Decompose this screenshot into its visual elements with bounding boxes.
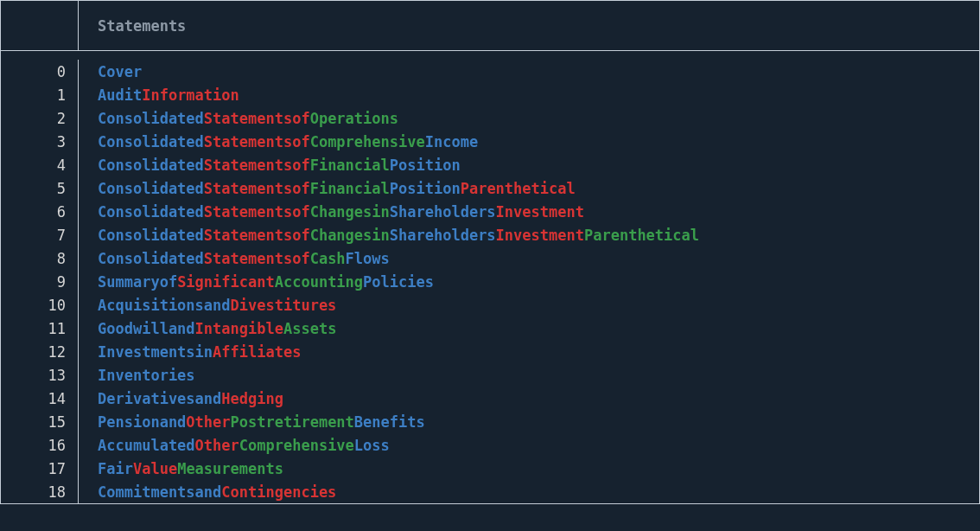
word-segment: Statementsof bbox=[204, 133, 310, 150]
word-segment: Postretirement bbox=[231, 413, 354, 431]
table-row: 15PensionandOtherPostretirementBenefits bbox=[1, 410, 979, 433]
row-index-cell: 0 bbox=[1, 60, 79, 83]
word-segment: Affiliates bbox=[213, 343, 301, 361]
table-row: 12InvestmentsinAffiliates bbox=[1, 340, 979, 363]
word-segment: Other bbox=[186, 413, 230, 431]
column-header-cell: Statements bbox=[79, 17, 979, 35]
row-index-cell: 2 bbox=[1, 106, 79, 130]
word-segment: Income bbox=[425, 133, 478, 150]
word-segment: Derivativesand bbox=[98, 390, 221, 407]
word-segment: Audit bbox=[98, 86, 142, 104]
row-value-cell: DerivativesandHedging bbox=[79, 390, 979, 407]
word-segment: Inventories bbox=[98, 367, 195, 384]
word-segment: Consolidated bbox=[98, 157, 204, 174]
word-segment: Shareholders bbox=[390, 203, 496, 221]
word-segment: Benefits bbox=[354, 413, 425, 431]
row-value-cell: ConsolidatedStatementsofFinancialPositio… bbox=[79, 180, 979, 197]
word-segment: Shareholders bbox=[390, 227, 496, 244]
row-index-cell: 6 bbox=[1, 200, 79, 223]
table-row: 2ConsolidatedStatementsofOperations bbox=[1, 106, 979, 130]
word-segment: Information bbox=[142, 86, 239, 104]
row-index-cell: 4 bbox=[1, 153, 79, 176]
row-index-cell: 1 bbox=[1, 83, 79, 106]
word-segment: Cash bbox=[310, 250, 346, 267]
table-row: 9SummaryofSignificantAccountingPolicies bbox=[1, 270, 979, 293]
row-value-cell: AuditInformation bbox=[79, 86, 979, 104]
row-value-cell: Cover bbox=[79, 63, 979, 80]
row-value-cell: Inventories bbox=[79, 367, 979, 384]
word-segment: Consolidated bbox=[98, 250, 204, 267]
table-row: 17FairValueMeasurements bbox=[1, 457, 979, 480]
word-segment: Comprehensive bbox=[310, 133, 425, 150]
word-segment: Consolidated bbox=[98, 110, 204, 127]
word-segment: Financial bbox=[310, 157, 390, 174]
row-index-cell: 17 bbox=[1, 457, 79, 480]
row-index-cell: 13 bbox=[1, 363, 79, 387]
row-index-cell: 5 bbox=[1, 176, 79, 200]
row-value-cell: PensionandOtherPostretirementBenefits bbox=[79, 413, 979, 431]
row-index-cell: 16 bbox=[1, 433, 79, 457]
word-segment: Operations bbox=[310, 110, 398, 127]
row-index-cell: 9 bbox=[1, 270, 79, 293]
word-segment: Hedging bbox=[221, 390, 283, 407]
table-row: 18CommitmentsandContingencies bbox=[1, 480, 979, 503]
word-segment: Accumulated bbox=[98, 437, 195, 454]
word-segment: Statementsof bbox=[204, 180, 310, 197]
row-index-cell: 3 bbox=[1, 130, 79, 153]
word-segment: Divestitures bbox=[231, 297, 337, 314]
word-segment: Significant bbox=[177, 273, 275, 291]
word-segment: Investment bbox=[496, 203, 584, 221]
row-value-cell: SummaryofSignificantAccountingPolicies bbox=[79, 273, 979, 291]
word-segment: Pensionand bbox=[98, 413, 186, 431]
row-index-cell: 7 bbox=[1, 223, 79, 246]
word-segment: Summaryof bbox=[98, 273, 177, 291]
word-segment: Investment bbox=[496, 227, 584, 244]
word-segment: Intangible bbox=[195, 320, 283, 337]
table-header-row: Statements bbox=[1, 1, 979, 51]
word-segment: Policies bbox=[363, 273, 434, 291]
table-row: 16AccumulatedOtherComprehensiveLoss bbox=[1, 433, 979, 457]
table-row: 6ConsolidatedStatementsofChangesinShareh… bbox=[1, 200, 979, 223]
table-row: 11GoodwillandIntangibleAssets bbox=[1, 317, 979, 340]
table-row: 10AcquisitionsandDivestitures bbox=[1, 293, 979, 317]
row-index-cell: 15 bbox=[1, 410, 79, 433]
word-segment: Parenthetical bbox=[584, 227, 699, 244]
word-segment: Assets bbox=[283, 320, 336, 337]
table-row: 8ConsolidatedStatementsofCashFlows bbox=[1, 246, 979, 270]
row-index-cell: 12 bbox=[1, 340, 79, 363]
row-index-cell: 18 bbox=[1, 480, 79, 503]
table-row: 4ConsolidatedStatementsofFinancialPositi… bbox=[1, 153, 979, 176]
table-row: 0Cover bbox=[1, 60, 979, 83]
row-value-cell: ConsolidatedStatementsofFinancialPositio… bbox=[79, 157, 979, 174]
word-segment: Measurements bbox=[177, 460, 283, 477]
dataframe-table: Statements 0Cover1AuditInformation2Conso… bbox=[0, 0, 980, 504]
row-value-cell: GoodwillandIntangibleAssets bbox=[79, 320, 979, 337]
column-header-label: Statements bbox=[98, 17, 186, 35]
word-segment: Acquisitionsand bbox=[98, 297, 231, 314]
word-segment: Consolidated bbox=[98, 227, 204, 244]
row-value-cell: ConsolidatedStatementsofOperations bbox=[79, 110, 979, 127]
row-value-cell: ConsolidatedStatementsofCashFlows bbox=[79, 250, 979, 267]
row-value-cell: ConsolidatedStatementsofComprehensiveInc… bbox=[79, 133, 979, 150]
word-segment: Changesin bbox=[310, 227, 390, 244]
word-segment: Statementsof bbox=[204, 203, 310, 221]
row-value-cell: FairValueMeasurements bbox=[79, 460, 979, 477]
word-segment: Comprehensive bbox=[239, 437, 354, 454]
word-segment: Statementsof bbox=[204, 227, 310, 244]
word-segment: Contingencies bbox=[221, 483, 336, 501]
word-segment: Statementsof bbox=[204, 110, 310, 127]
row-value-cell: ConsolidatedStatementsofChangesinShareho… bbox=[79, 203, 979, 221]
word-segment: Other bbox=[195, 437, 239, 454]
word-segment: Consolidated bbox=[98, 203, 204, 221]
word-segment: Goodwilland bbox=[98, 320, 195, 337]
row-value-cell: AccumulatedOtherComprehensiveLoss bbox=[79, 437, 979, 454]
word-segment: Investmentsin bbox=[98, 343, 213, 361]
index-header-cell bbox=[1, 1, 79, 50]
word-segment: Consolidated bbox=[98, 133, 204, 150]
row-index-cell: 14 bbox=[1, 387, 79, 410]
row-index-cell: 10 bbox=[1, 293, 79, 317]
row-value-cell: CommitmentsandContingencies bbox=[79, 483, 979, 501]
table-row: 7ConsolidatedStatementsofChangesinShareh… bbox=[1, 223, 979, 246]
word-segment: Parenthetical bbox=[461, 180, 576, 197]
word-segment: Commitmentsand bbox=[98, 483, 221, 501]
